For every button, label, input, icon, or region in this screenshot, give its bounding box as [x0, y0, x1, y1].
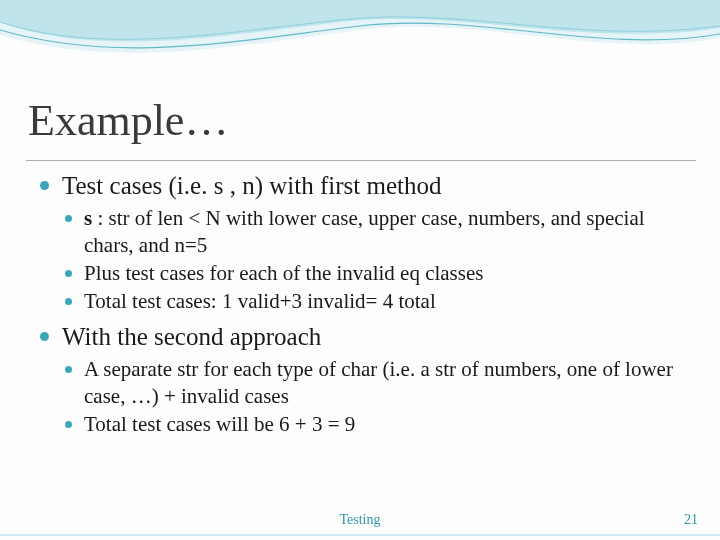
page-number: 21	[684, 512, 698, 528]
bullet-1-3-text: Total test cases: 1 valid+3 invalid= 4 t…	[84, 289, 436, 313]
footer-label: Testing	[0, 512, 720, 528]
bullet-1-2: Plus test cases for each of the invalid …	[62, 260, 688, 287]
bullet-1-text: Test cases (i.e. s , n) with first metho…	[62, 172, 441, 199]
bullet-2-1: A separate str for each type of char (i.…	[62, 356, 688, 410]
bullet-1-1-rest: : str of len < N with lower case, upper …	[84, 206, 645, 257]
bullet-2-2-text: Total test cases will be 6 + 3 = 9	[84, 412, 355, 436]
bullet-2: With the second approach A separate str …	[38, 321, 688, 438]
bottom-border	[0, 534, 720, 536]
slide-content: Test cases (i.e. s , n) with first metho…	[38, 170, 688, 444]
bullet-1-1-bold: s	[84, 206, 92, 230]
bullet-2-1-text: A separate str for each type of char (i.…	[84, 357, 673, 408]
slide: Example… Test cases (i.e. s , n) with fi…	[0, 0, 720, 540]
bullet-1: Test cases (i.e. s , n) with first metho…	[38, 170, 688, 315]
bullet-1-3: Total test cases: 1 valid+3 invalid= 4 t…	[62, 288, 688, 315]
bullet-2-2: Total test cases will be 6 + 3 = 9	[62, 411, 688, 438]
bullet-1-1: s : str of len < N with lower case, uppe…	[62, 205, 688, 259]
top-wave-decoration	[0, 0, 720, 85]
bullet-1-2-text: Plus test cases for each of the invalid …	[84, 261, 483, 285]
title-underline	[26, 160, 696, 161]
slide-title: Example…	[28, 95, 228, 146]
bullet-2-text: With the second approach	[62, 323, 321, 350]
